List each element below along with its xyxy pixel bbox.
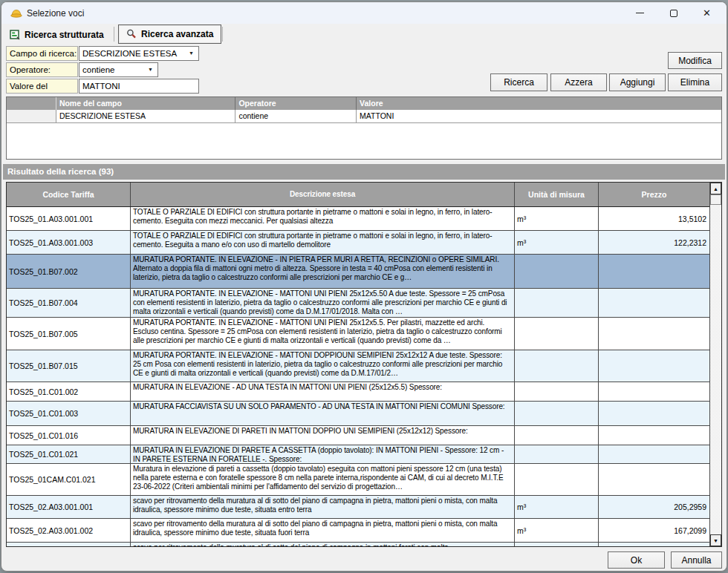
criteria-table-header: Nome del campo Operatore Valore (7, 97, 721, 110)
tab-separator (222, 27, 223, 42)
ok-button[interactable]: Ok (608, 551, 665, 569)
minimize-icon (636, 13, 644, 13)
table-row[interactable]: TOS25_01.A03.001.003TOTALE O PARZIALE DI… (7, 231, 710, 255)
row-unit (515, 289, 599, 317)
row-description: MURATURA IN ELEVAZIONE - AD UNA TESTA IN… (131, 382, 515, 401)
chevron-down-icon[interactable]: ▼ (187, 47, 195, 60)
row-price (599, 318, 710, 350)
minimize-button[interactable] (623, 2, 657, 24)
modifica-button[interactable]: Modifica (668, 52, 722, 69)
row-unit (515, 464, 599, 495)
row-price (599, 402, 710, 425)
row-code: TOS25_02.A03.001.003 (7, 543, 131, 547)
table-row[interactable]: TOS25_01.C01.002MURATURA IN ELEVAZIONE -… (7, 382, 710, 402)
results-body: TOS25_01.A03.001.001TOTALE O PARZIALE DI… (7, 207, 710, 547)
criteria-row[interactable]: DESCRIZIONE ESTESA contiene MATTONI (7, 110, 721, 123)
maximize-button[interactable] (657, 2, 690, 24)
chevron-down-icon[interactable]: ▼ (146, 63, 155, 76)
row-description: TOTALE O PARZIALE DI EDIFICI con struttu… (131, 231, 515, 254)
scroll-up-icon: ▲ (713, 186, 718, 191)
table-row[interactable]: TOS25_01.B07.002MURATURA PORTANTE. IN EL… (7, 255, 710, 289)
scroll-down-button[interactable]: ▼ (710, 534, 721, 546)
table-row[interactable]: TOS25_02.A03.001.003scavo per ritrovamen… (7, 543, 710, 547)
row-code: TOS25_01.A03.001.003 (7, 231, 131, 254)
table-row[interactable]: TOS25_01.C01.003MURATURA FACCIAVISTA SU … (7, 402, 710, 426)
row-unit (515, 402, 599, 425)
table-row[interactable]: TOS25_01.A03.001.001TOTALE O PARZIALE DI… (7, 207, 710, 231)
tab-ricerca-avanzata[interactable]: Ricerca avanzata (118, 24, 221, 44)
column-header-operatore: Operatore (235, 97, 357, 110)
row-code: TOS25_01.B07.005 (7, 318, 131, 350)
table-row[interactable]: TOS25_01.B07.005MURATURA PORTANTE. IN EL… (7, 318, 710, 350)
table-row[interactable]: TOS25_01CAM.C01.021Muratura in elevazion… (7, 464, 710, 496)
row-unit (515, 426, 599, 445)
operatore-label: Operatore: (6, 62, 78, 77)
tab-label: Ricerca avanzata (141, 29, 213, 39)
row-description: MURATURA FACCIAVISTA SU UN SOLO PARAMENT… (131, 402, 515, 425)
selected-operator-value: contiene (82, 63, 114, 76)
row-description: MURATURA IN ELEVAZIONE DI PARETE A CASSE… (131, 445, 515, 463)
criteria-operator: contiene (235, 110, 357, 122)
table-row[interactable]: TOS25_01.C01.016MURATURA IN ELEVAZIONE D… (7, 426, 710, 445)
valore-del-campo-label: Valore del campo: (6, 79, 78, 94)
table-row[interactable]: TOS25_01.C01.021MURATURA IN ELEVAZIONE D… (7, 445, 710, 464)
structure-icon (10, 30, 20, 40)
operatore-select[interactable]: contiene ▼ (79, 62, 158, 77)
results-title-bar: Risultato della ricerca (93) (3, 164, 725, 180)
row-code: TOS25_01.C01.016 (7, 426, 131, 445)
row-description: TOTALE O PARZIALE DI EDIFICI con struttu… (131, 207, 515, 230)
row-price (599, 426, 710, 445)
row-price: 13,5102 (599, 207, 710, 230)
row-description: scavo per ritrovamento della muratura al… (131, 519, 515, 542)
row-code: TOS25_01.C01.021 (7, 445, 131, 463)
window-title: Selezione voci (27, 8, 84, 19)
azzera-button[interactable]: Azzera (550, 73, 607, 91)
column-header-descrizione-estesa: Descrizione estesa (131, 183, 515, 206)
tab-label: Ricerca strutturata (25, 30, 104, 40)
table-row[interactable]: TOS25_02.A03.001.001scavo per ritrovamen… (7, 496, 710, 519)
row-price: 205,2959 (599, 496, 710, 518)
results-table-header: Codice Tariffa Descrizione estesa Unità … (7, 183, 710, 207)
row-price (599, 445, 710, 463)
elimina-button[interactable]: Elimina (668, 73, 722, 91)
hardhat-icon (10, 8, 21, 19)
results-table: Codice Tariffa Descrizione estesa Unità … (6, 182, 722, 547)
row-unit: m³ (515, 496, 599, 518)
column-header-unita-di-misura: Unità di misura (515, 183, 599, 206)
row-description: MURATURA IN ELEVAZIONE DI PARETI IN MATT… (131, 426, 515, 445)
valore-del-campo-input[interactable]: MATTONI (79, 79, 199, 94)
row-selector-header (7, 97, 56, 110)
table-row[interactable]: TOS25_01.B07.004MURATURA PORTANTE. IN EL… (7, 289, 710, 318)
results-scrollbar[interactable]: ▲ ▼ (709, 183, 721, 546)
row-unit (515, 382, 599, 401)
scroll-up-button[interactable]: ▲ (710, 183, 721, 194)
scrollbar-thumb[interactable] (710, 194, 721, 205)
close-button[interactable]: ✕ (690, 2, 724, 24)
table-row[interactable]: TOS25_02.A03.001.002scavo per ritrovamen… (7, 519, 710, 543)
row-description: MURATURA PORTANTE. IN ELEVAZIONE - MATTO… (131, 289, 515, 317)
row-code: TOS25_02.A03.001.002 (7, 519, 131, 542)
column-header-prezzo: Prezzo (599, 183, 710, 206)
campo-di-ricerca-select[interactable]: DESCRIZIONE ESTESA ▼ (79, 46, 199, 61)
tab-ricerca-strutturata[interactable]: Ricerca strutturata (5, 27, 108, 43)
column-header-valore: Valore (357, 97, 721, 110)
ricerca-button[interactable]: Ricerca (490, 73, 547, 91)
annulla-button[interactable]: Annulla (671, 551, 722, 569)
row-unit: m³ (515, 231, 599, 254)
table-row[interactable]: TOS25_01.B07.015MURATURA PORTANTE. IN EL… (7, 350, 710, 382)
criteria-table: Nome del campo Operatore Valore DESCRIZI… (6, 96, 722, 160)
row-selector-cell (7, 110, 56, 122)
row-code: TOS25_02.A03.001.001 (7, 496, 131, 518)
tab-separator (114, 27, 114, 42)
criteria-value: MATTONI (357, 110, 721, 122)
column-header-codice-tariffa: Codice Tariffa (7, 183, 131, 206)
row-description: Muratura in elevazione di pareti a casse… (131, 464, 515, 495)
row-price (599, 543, 710, 547)
close-icon: ✕ (703, 8, 711, 18)
aggiungi-button[interactable]: Aggiungi (609, 73, 666, 91)
row-code: TOS25_01.B07.002 (7, 255, 131, 288)
row-code: TOS25_01.A03.001.001 (7, 207, 131, 230)
row-price: 122,2312 (599, 231, 710, 254)
selected-field-value: DESCRIZIONE ESTESA (82, 47, 177, 60)
row-price (599, 350, 710, 382)
